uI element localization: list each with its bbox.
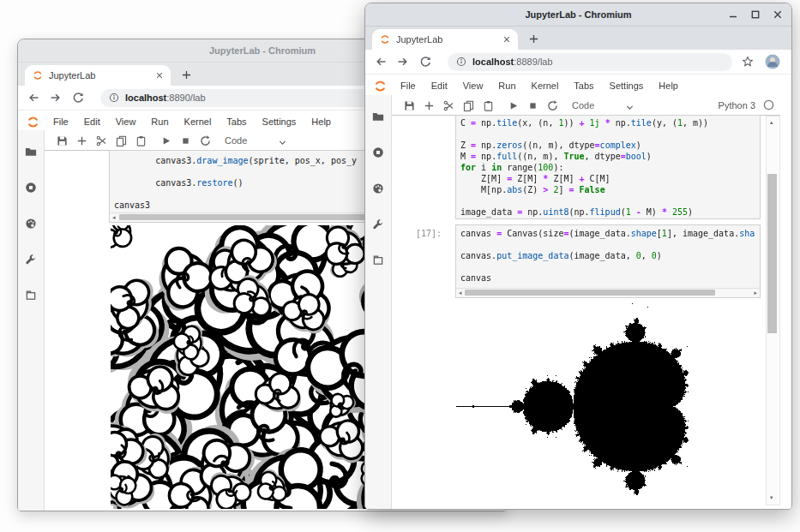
jupyter-logo-icon xyxy=(374,80,387,93)
property-inspector-icon[interactable] xyxy=(25,254,37,266)
forward-icon[interactable] xyxy=(49,91,63,105)
run-cell-icon[interactable] xyxy=(160,134,171,146)
paste-icon[interactable] xyxy=(483,99,494,111)
tab-strip: JupyterLab xyxy=(365,27,791,50)
new-tab-button[interactable] xyxy=(177,66,195,83)
chevron-down-icon[interactable] xyxy=(278,135,287,145)
back-icon[interactable] xyxy=(27,91,40,105)
site-info-icon[interactable] xyxy=(109,93,119,103)
back-icon[interactable] xyxy=(374,55,388,69)
menu-tabs[interactable]: Tabs xyxy=(219,117,254,127)
jupyterlab-main: Code Python 3 C = np.tile(x, (n, 1)) + 1… xyxy=(365,95,791,509)
running-kernels-icon[interactable] xyxy=(372,146,384,158)
menu-edit[interactable]: Edit xyxy=(76,117,108,127)
browser-menu-icon[interactable] xyxy=(791,55,792,69)
tab-close-icon[interactable] xyxy=(503,34,510,45)
open-tabs-icon[interactable] xyxy=(372,254,384,266)
restart-kernel-icon[interactable] xyxy=(547,99,558,111)
save-icon[interactable] xyxy=(57,134,68,146)
stop-kernel-icon[interactable] xyxy=(527,99,538,111)
scroll-up-icon[interactable]: ▴ xyxy=(770,119,773,127)
reload-icon[interactable] xyxy=(418,55,432,69)
site-info-icon[interactable] xyxy=(456,57,466,67)
paste-icon[interactable] xyxy=(135,134,147,146)
menu-run[interactable]: Run xyxy=(143,117,176,127)
cell-type-dropdown[interactable]: Code xyxy=(572,100,594,111)
url-path: :8890/lab xyxy=(166,93,205,103)
window-titlebar[interactable]: JupyterLab - Chromium xyxy=(365,3,791,27)
tab-title: JupyterLab xyxy=(49,70,153,81)
chevron-down-icon[interactable] xyxy=(625,100,635,110)
cut-icon[interactable] xyxy=(443,99,454,111)
cell-editor[interactable]: C = np.tile(x, (n, 1)) + 1j * np.tile(y,… xyxy=(456,116,760,218)
execution-prompt: [17]: xyxy=(416,229,442,238)
menu-help[interactable]: Help xyxy=(304,117,339,127)
jupyter-favicon-icon xyxy=(33,70,43,81)
kernel-name[interactable]: Python 3 xyxy=(719,100,755,111)
scroll-right-icon[interactable]: ▸ xyxy=(754,290,757,297)
menu-view[interactable]: View xyxy=(455,81,491,91)
kernel-status-icon[interactable] xyxy=(763,99,774,111)
menu-file[interactable]: File xyxy=(45,117,76,127)
browser-window-front[interactable]: JupyterLab - Chromium JupyterLab xyxy=(364,3,792,510)
add-cell-icon[interactable] xyxy=(76,134,87,146)
cell-editor[interactable]: canvas = Canvas(size=(image_data.shape[1… xyxy=(456,225,760,284)
menu-file[interactable]: File xyxy=(393,81,424,91)
copy-icon[interactable] xyxy=(116,134,127,146)
file-browser-icon[interactable] xyxy=(25,146,37,158)
menu-kernel[interactable]: Kernel xyxy=(524,81,567,91)
command-palette-icon[interactable] xyxy=(25,218,37,230)
menu-edit[interactable]: Edit xyxy=(424,81,455,91)
tab-title: JupyterLab xyxy=(396,34,500,45)
maximize-icon[interactable] xyxy=(749,9,761,21)
tab-close-icon[interactable] xyxy=(156,70,163,81)
cell-type-dropdown[interactable]: Code xyxy=(225,135,247,146)
activity-sidebar xyxy=(365,95,392,509)
scroll-down-icon[interactable]: ▾ xyxy=(770,494,773,502)
save-icon[interactable] xyxy=(404,99,415,111)
open-tabs-icon[interactable] xyxy=(25,290,37,302)
scroll-left-icon[interactable]: ◂ xyxy=(459,290,462,297)
notebook-panel: Code Python 3 C = np.tile(x, (n, 1)) + 1… xyxy=(392,95,791,509)
mandelbrot-output-canvas xyxy=(456,302,760,505)
running-kernels-icon[interactable] xyxy=(25,182,37,194)
url-path: :8889/lab xyxy=(514,57,552,67)
window-title: JupyterLab - Chromium xyxy=(209,45,316,56)
add-cell-icon[interactable] xyxy=(424,99,435,111)
forward-icon[interactable] xyxy=(396,55,410,69)
cell-hscrollbar[interactable]: ◂ ▸ xyxy=(456,288,760,297)
command-palette-icon[interactable] xyxy=(372,182,384,194)
scroll-left-icon[interactable]: ◂ xyxy=(112,214,116,222)
restart-kernel-icon[interactable] xyxy=(200,134,211,146)
cut-icon[interactable] xyxy=(96,134,107,146)
copy-icon[interactable] xyxy=(463,99,474,111)
minimize-icon[interactable] xyxy=(727,9,738,21)
menu-tabs[interactable]: Tabs xyxy=(566,81,601,91)
menu-help[interactable]: Help xyxy=(651,81,686,91)
new-tab-button[interactable] xyxy=(525,30,542,47)
browser-toolbar: localhost:8889/lab xyxy=(365,50,791,75)
hscroll-thumb[interactable] xyxy=(465,290,715,296)
browser-tab[interactable]: JupyterLab xyxy=(372,29,518,50)
code-cell[interactable]: canvas = Canvas(size=(image_data.shape[1… xyxy=(455,224,761,298)
menu-run[interactable]: Run xyxy=(490,81,523,91)
property-inspector-icon[interactable] xyxy=(372,218,384,230)
profile-avatar[interactable] xyxy=(765,54,780,69)
activity-sidebar xyxy=(18,130,45,511)
close-icon[interactable] xyxy=(772,9,783,21)
run-cell-icon[interactable] xyxy=(508,99,519,111)
menu-settings[interactable]: Settings xyxy=(602,81,652,91)
browser-tab[interactable]: JupyterLab xyxy=(25,65,171,86)
file-browser-icon[interactable] xyxy=(372,111,384,123)
reload-icon[interactable] xyxy=(71,91,85,105)
code-cell[interactable]: C = np.tile(x, (n, 1)) + 1j * np.tile(y,… xyxy=(455,115,761,219)
vscroll-thumb[interactable] xyxy=(767,174,777,333)
stop-kernel-icon[interactable] xyxy=(180,134,191,146)
menu-kernel[interactable]: Kernel xyxy=(177,117,220,127)
notebook-vscrollbar[interactable]: ▴ ▾ xyxy=(766,116,780,505)
url-host: localhost xyxy=(125,93,166,103)
menu-settings[interactable]: Settings xyxy=(255,117,304,127)
menu-view[interactable]: View xyxy=(108,117,144,127)
bookmark-star-icon[interactable] xyxy=(741,55,755,69)
url-bar[interactable]: localhost:8889/lab xyxy=(448,53,732,71)
